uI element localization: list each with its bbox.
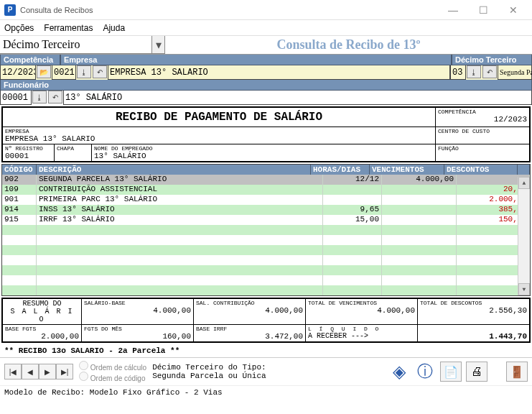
- titlebar: P Consulta de Recibos — ☐ ✕: [0, 0, 532, 20]
- radio-ordem-calculo[interactable]: [79, 361, 88, 370]
- summary-box: RESUMO DO S A L Á R I O SALÁRIO-BASE4.00…: [1, 298, 531, 343]
- undo-icon-2[interactable]: ↶: [482, 65, 497, 78]
- footer-text-2: Segunda Parcela ou Única: [152, 372, 266, 380]
- chapa-label: CHAPA: [57, 145, 89, 152]
- page-title: Consulta de Recibo de 13º: [165, 36, 532, 54]
- funcao-label: FUNÇÃO: [438, 145, 527, 152]
- decimo-code-input[interactable]: 03: [450, 65, 466, 80]
- nav-last-button[interactable]: ▶|: [56, 364, 73, 380]
- liquido-val: 1.443,70: [420, 332, 527, 341]
- sum-lbl: BASE FGTS: [5, 326, 79, 332]
- window-title: Consulta de Recibos: [20, 6, 439, 14]
- competencia-label: COMPETÊNCIA: [438, 109, 527, 115]
- folder-icon[interactable]: 📂: [37, 65, 51, 78]
- empresa-nome: EMPRESA 13° SALARIO: [108, 65, 450, 80]
- undo-icon[interactable]: ↶: [93, 65, 107, 78]
- resumo-lbl: RESUMO DO: [5, 300, 79, 308]
- print-button[interactable]: 🖨: [466, 362, 487, 382]
- table-row[interactable]: [2, 225, 530, 235]
- competencia-input[interactable]: 12/2023: [0, 65, 36, 80]
- sum-lbl: TOTAL DE DESCONTOS: [420, 300, 527, 306]
- export-button[interactable]: 📄: [440, 362, 462, 382]
- table-row[interactable]: [2, 245, 530, 255]
- table-row[interactable]: 914INSS 13° SALÁRIO9,65385,90: [2, 205, 530, 215]
- table-row[interactable]: [2, 235, 530, 245]
- centro-label: CENTRO DE CUSTO: [438, 128, 527, 134]
- menu-ajuda[interactable]: Ajuda: [103, 23, 125, 33]
- down-icon-2[interactable]: ⭳: [467, 65, 481, 78]
- exit-button[interactable]: 🚪: [506, 362, 528, 382]
- recibo-titulo: RECIBO DE PAGAMENTO DE SALÁRIO: [3, 108, 436, 126]
- down-icon[interactable]: ⭳: [77, 65, 91, 78]
- menu-opcoes[interactable]: Opções: [4, 23, 34, 33]
- sum-lbl: BASE IRRF: [196, 326, 303, 332]
- col-descontos: DESCONTOS: [444, 165, 518, 175]
- note-bar: ** RECIBO 13o SALARIO - 2a Parcela **: [0, 344, 532, 357]
- table-row[interactable]: 109CONTRIBUIÇÃO ASSISTENCIAL20,00: [2, 185, 530, 195]
- undo-icon-3[interactable]: ↶: [48, 91, 62, 104]
- menu-ferramentas[interactable]: Ferramentas: [44, 23, 93, 33]
- nav-next-button[interactable]: ▶: [39, 364, 56, 380]
- liquido-lbl: L Í Q U I D O: [308, 326, 415, 332]
- registro-value: 00001: [5, 152, 52, 160]
- nomeemp-label: NOME DO EMPREGADO: [94, 145, 433, 152]
- col-vencimentos: VENCIMENTOS: [370, 165, 444, 175]
- maximize-button[interactable]: ☐: [469, 1, 498, 19]
- func-nome: 13° SALÁRIO: [63, 91, 532, 105]
- footer-text-1: Décimo Terceiro do Tipo:: [152, 363, 266, 372]
- model-bar: Modelo de Recibo: Modelo Fixo Gráfico - …: [0, 385, 532, 399]
- salario-lbl: S A L Á R I O: [5, 308, 79, 323]
- func-code-input[interactable]: 00001: [0, 91, 32, 105]
- app-icon: P: [4, 4, 16, 16]
- sum-val: 2.556,30: [420, 306, 527, 315]
- scrollbar[interactable]: ▲ ▼: [518, 177, 530, 295]
- header-empresa: Empresa: [60, 55, 452, 65]
- scroll-up-icon[interactable]: ▲: [518, 177, 530, 189]
- radio-ordem-codigo[interactable]: [79, 372, 88, 381]
- sort-radios: Ordem de cálculo Ordem de código: [79, 361, 146, 382]
- nav-first-button[interactable]: |◀: [4, 364, 22, 380]
- empresa-code-input[interactable]: 0021: [52, 65, 76, 80]
- diamond-icon[interactable]: ◈: [388, 362, 410, 382]
- col-codigo: CÓDIGO: [2, 165, 37, 175]
- footer: |◀ ◀ ▶ ▶| Ordem de cálculo Ordem de códi…: [0, 357, 532, 385]
- menubar: Opções Ferramentas Ajuda: [0, 20, 532, 36]
- table-row[interactable]: 902SEGUNDA PARCELA 13° SALÁRIO12/124.000…: [2, 175, 530, 185]
- nomeemp-value: 13° SALÁRIO: [94, 152, 433, 160]
- sum-val: 4.000,00: [308, 306, 415, 315]
- down-icon-3[interactable]: ⭳: [32, 91, 47, 104]
- table-body[interactable]: 902SEGUNDA PARCELA 13° SALÁRIO12/124.000…: [2, 175, 530, 295]
- items-table: CÓDIGO DESCRIÇÃO HORAS/DIAS VENCIMENTOS …: [1, 164, 531, 296]
- table-row[interactable]: [2, 265, 530, 275]
- chevron-down-icon[interactable]: ▾: [151, 36, 164, 53]
- table-row[interactable]: [2, 255, 530, 265]
- sum-lbl: TOTAL DE VENCIMENTOS: [308, 300, 415, 306]
- scroll-down-icon[interactable]: ▼: [518, 283, 530, 295]
- decimo-nome: Segunda Parcela ou Única: [498, 65, 532, 80]
- receber-lbl: A RECEBER --->: [308, 332, 415, 340]
- header-funcionario: Funcionário: [0, 80, 532, 91]
- sum-lbl: SAL. CONTRIBUIÇÃO: [196, 300, 303, 306]
- sum-lbl: FGTS DO MÊS: [84, 326, 191, 332]
- minimize-button[interactable]: —: [439, 1, 467, 19]
- header-competencia: Competência: [0, 55, 60, 65]
- sum-val: 3.472,00: [196, 332, 303, 341]
- table-row[interactable]: 901PRIMEIRA PARC 13° SALÁRIO2.000,00: [2, 195, 530, 205]
- recibo-box: RECIBO DE PAGAMENTO DE SALÁRIO COMPETÊNC…: [1, 106, 531, 162]
- sum-val: 4.000,00: [84, 306, 191, 315]
- tipo-dropdown-value: Décimo Terceiro: [3, 38, 80, 51]
- registro-label: Nº REGISTRO: [5, 145, 52, 152]
- nav-prev-button[interactable]: ◀: [22, 364, 39, 380]
- info-icon[interactable]: ⓘ: [414, 362, 436, 382]
- col-descricao: DESCRIÇÃO: [37, 165, 311, 175]
- sum-val: 4.000,00: [196, 306, 303, 315]
- col-horasdias: HORAS/DIAS: [311, 165, 370, 175]
- table-row[interactable]: [2, 275, 530, 285]
- table-row[interactable]: 915IRRF 13° SALÁRIO15,00150,40: [2, 215, 530, 225]
- sum-val: 2.000,00: [5, 332, 79, 341]
- close-button[interactable]: ✕: [499, 1, 528, 19]
- tipo-dropdown[interactable]: Décimo Terceiro ▾: [0, 36, 165, 54]
- sum-lbl: SALÁRIO-BASE: [84, 300, 191, 306]
- competencia-value: 12/2023: [438, 115, 527, 124]
- table-row[interactable]: [2, 285, 530, 295]
